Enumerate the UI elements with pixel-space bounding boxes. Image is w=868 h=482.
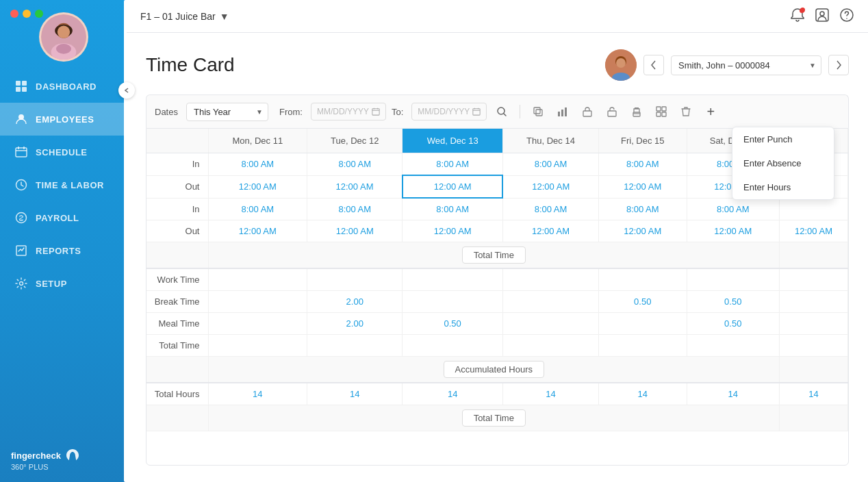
cell-mon-total xyxy=(208,335,307,357)
svg-rect-32 xyxy=(583,111,591,116)
cell-thu-hours[interactable]: 14 xyxy=(502,383,598,405)
bottom-total-time-btn[interactable]: Total Time xyxy=(462,409,526,427)
svg-rect-9 xyxy=(22,87,27,92)
accumulated-hours-btn[interactable]: Accumulated Hours xyxy=(444,361,544,378)
col-wed: Wed, Dec 13 xyxy=(403,129,503,153)
total-time-btn[interactable]: Total Time xyxy=(462,246,526,264)
sidebar-item-schedule[interactable]: SCHEDULE xyxy=(0,136,127,168)
cell-sat-hours[interactable]: 14 xyxy=(687,383,779,405)
dates-select[interactable]: This Year xyxy=(186,103,268,121)
cell-wed-work xyxy=(403,268,503,291)
sidebar-item-payroll[interactable]: PAYROLL xyxy=(0,201,127,234)
dropdown-enter-hours[interactable]: Enter Hours xyxy=(732,175,834,199)
cell-wed-in2[interactable]: 8:00 AM xyxy=(403,198,503,220)
cell-fri-break[interactable]: 0.50 xyxy=(599,291,687,313)
lock-btn[interactable] xyxy=(578,102,597,121)
next-employee-btn[interactable] xyxy=(828,55,849,75)
total-hours-label: Total Hours xyxy=(146,383,208,405)
break-time-label: Break Time xyxy=(146,291,208,313)
prev-employee-btn[interactable] xyxy=(643,55,664,75)
cell-thu-out1[interactable]: 12:00 AM xyxy=(502,175,598,198)
cell-thu-in1[interactable]: 8:00 AM xyxy=(502,153,598,176)
unlock-btn[interactable] xyxy=(602,102,622,121)
search-btn[interactable] xyxy=(492,102,511,121)
cell-sat-out2[interactable]: 12:00 AM xyxy=(687,220,779,242)
svg-rect-24 xyxy=(372,109,379,115)
profile-btn[interactable] xyxy=(815,8,830,25)
cell-tue-out1[interactable]: 12:00 AM xyxy=(307,175,403,198)
cell-sat-break[interactable]: 0.50 xyxy=(687,291,779,313)
cell-sat-in2[interactable]: 8:00 AM xyxy=(687,198,779,220)
cell-fri-in2[interactable]: 8:00 AM xyxy=(599,198,687,220)
print-btn[interactable] xyxy=(627,102,646,121)
cell-extra-meal xyxy=(780,313,848,335)
col-mon: Mon, Dec 11 xyxy=(208,129,307,153)
window-maximize[interactable] xyxy=(35,10,43,18)
accum-extra xyxy=(780,357,848,383)
svg-rect-11 xyxy=(16,148,27,157)
location-name: F1 – 01 Juice Bar xyxy=(140,11,216,22)
notifications-btn[interactable] xyxy=(790,8,805,25)
sidebar-item-label: DASHBOARD xyxy=(36,81,97,92)
cell-mon-in1[interactable]: 8:00 AM xyxy=(208,153,307,176)
svg-rect-8 xyxy=(16,87,21,92)
employee-select[interactable]: Smith, John – 0000084 xyxy=(671,55,821,75)
cell-wed-meal[interactable]: 0.50 xyxy=(403,313,503,335)
cell-extra-out2[interactable]: 12:00 AM xyxy=(780,220,848,242)
cell-fri-in1[interactable]: 8:00 AM xyxy=(599,153,687,176)
to-date-input[interactable]: MM/DD/YYYY xyxy=(411,103,487,120)
cell-tue-meal[interactable]: 2.00 xyxy=(307,313,403,335)
sidebar-collapse-btn[interactable] xyxy=(118,82,135,99)
dates-label: Dates xyxy=(155,107,178,117)
cell-tue-in2[interactable]: 8:00 AM xyxy=(307,198,403,220)
cell-thu-out2[interactable]: 12:00 AM xyxy=(502,220,598,242)
from-label: From: xyxy=(279,107,303,117)
chart-btn[interactable] xyxy=(553,102,572,121)
cell-mon-in2[interactable]: 8:00 AM xyxy=(208,198,307,220)
copy-btn[interactable] xyxy=(528,102,548,121)
dropdown-enter-absence[interactable]: Enter Absence xyxy=(732,151,834,175)
grid-btn[interactable] xyxy=(652,102,671,121)
table-row: Total Time xyxy=(146,335,848,357)
svg-rect-38 xyxy=(656,112,661,116)
help-btn[interactable] xyxy=(839,8,854,25)
svg-rect-33 xyxy=(608,111,616,116)
cell-mon-out1[interactable]: 12:00 AM xyxy=(208,175,307,198)
cell-thu-meal xyxy=(502,313,598,335)
window-minimize[interactable] xyxy=(23,10,31,18)
reports-icon xyxy=(14,243,29,258)
sidebar-item-setup[interactable]: SETUP xyxy=(0,267,127,300)
svg-point-5 xyxy=(56,44,71,54)
cell-mon-out2[interactable]: 12:00 AM xyxy=(208,220,307,242)
cell-mon-hours[interactable]: 14 xyxy=(208,383,307,405)
cell-tue-out2[interactable]: 12:00 AM xyxy=(307,220,403,242)
cell-wed-hours[interactable]: 14 xyxy=(403,383,503,405)
cell-tue-in1[interactable]: 8:00 AM xyxy=(307,153,403,176)
cell-tue-break[interactable]: 2.00 xyxy=(307,291,403,313)
svg-rect-34 xyxy=(633,112,640,116)
cell-sat-meal[interactable]: 0.50 xyxy=(687,313,779,335)
sidebar-item-reports[interactable]: REPORTS xyxy=(0,234,127,267)
dropdown-enter-punch[interactable]: Enter Punch xyxy=(732,127,834,151)
cell-wed-out2[interactable]: 12:00 AM xyxy=(403,220,503,242)
total-time-row-label: Total Time xyxy=(146,335,208,357)
svg-rect-28 xyxy=(534,107,540,114)
svg-rect-39 xyxy=(662,112,666,116)
from-date-input[interactable]: MM/DD/YYYY xyxy=(311,103,386,120)
add-btn[interactable]: + xyxy=(701,102,720,121)
window-close[interactable] xyxy=(10,10,18,18)
cell-thu-in2[interactable]: 8:00 AM xyxy=(502,198,598,220)
location-arrow[interactable]: ▼ xyxy=(220,11,229,22)
cell-wed-out1[interactable]: 12:00 AM xyxy=(403,175,503,198)
sidebar-item-employees[interactable]: EMPLOYEES xyxy=(0,103,127,136)
delete-btn[interactable] xyxy=(676,102,695,121)
cell-fri-hours[interactable]: 14 xyxy=(599,383,687,405)
cell-fri-out1[interactable]: 12:00 AM xyxy=(599,175,687,198)
cell-wed-in1[interactable]: 8:00 AM xyxy=(403,153,503,176)
cell-extra-hours[interactable]: 14 xyxy=(780,383,848,405)
sidebar-item-dashboard[interactable]: DASHBOARD xyxy=(0,70,127,103)
cell-sat-total xyxy=(687,335,779,357)
cell-tue-hours[interactable]: 14 xyxy=(307,383,403,405)
sidebar-item-time-labor[interactable]: TIME & LABOR xyxy=(0,168,127,201)
cell-fri-out2[interactable]: 12:00 AM xyxy=(599,220,687,242)
